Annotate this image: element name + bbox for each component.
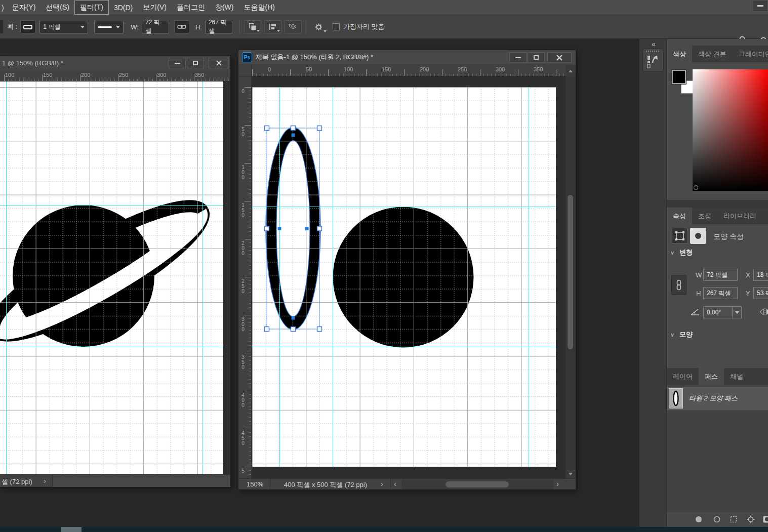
handle-bottom-right[interactable]	[317, 327, 322, 332]
path-operations-button[interactable]	[244, 20, 261, 33]
active-doc-h-ruler[interactable]: 0 50 100 150 200 250 300 350 40	[252, 65, 565, 76]
handle-mid-right[interactable]	[317, 226, 322, 231]
handle-mid-left[interactable]	[265, 226, 269, 231]
add-mask-icon[interactable]	[763, 516, 768, 523]
menu-item-filter[interactable]: 필터(T)	[74, 1, 109, 15]
tab-adjustments[interactable]: 조정	[692, 208, 717, 224]
collapse-dock-button[interactable]: «	[652, 40, 656, 48]
path-item-name[interactable]: 타원 2 모양 패스	[689, 394, 738, 403]
shape-width-input[interactable]: 72 픽셀	[142, 21, 169, 33]
maximize-button[interactable]	[528, 52, 545, 63]
path-arrangement-button[interactable]	[285, 20, 302, 33]
close-button[interactable]	[547, 52, 572, 63]
shape-height-input[interactable]: 267 픽셀	[205, 21, 232, 33]
stroke-width-select[interactable]: 1 픽셀	[39, 21, 88, 33]
menu-item-window[interactable]: 창(W)	[210, 1, 239, 14]
path-list-item-selected[interactable]: 타원 2 모양 패스	[667, 387, 768, 410]
tab-layers[interactable]: 레이어	[667, 368, 699, 385]
anchor-top[interactable]	[292, 134, 295, 137]
v-scrollbar-thumb[interactable]	[568, 195, 573, 349]
handle-bottom-left[interactable]	[265, 327, 269, 332]
active-doc-v-ruler[interactable]: 0 50 100 150 200 250 300 350 400 450 5	[238, 76, 252, 478]
menu-item-view[interactable]: 보기(V)	[138, 1, 172, 14]
minimize-button[interactable]	[169, 58, 186, 68]
constrain-proportions-button[interactable]	[671, 275, 686, 295]
chevron-down-icon[interactable]: ∨	[670, 250, 674, 256]
menu-item-select[interactable]: 선택(S)	[41, 1, 74, 14]
color-picker-field[interactable]	[693, 69, 768, 191]
collapsed-panel-button[interactable]	[642, 49, 664, 72]
left-doc-canvas[interactable]	[0, 81, 230, 474]
chevron-down-icon[interactable]: ∨	[670, 332, 674, 338]
minimize-button[interactable]	[509, 52, 527, 63]
chevron-down-icon	[735, 311, 739, 314]
active-doc-canvas[interactable]	[252, 76, 565, 478]
h-scrollbar-track[interactable]	[53, 475, 230, 487]
ruler-corner[interactable]	[238, 65, 252, 76]
path-alignment-button[interactable]	[264, 20, 281, 33]
shape-section-header[interactable]: 모양	[679, 330, 693, 339]
close-icon	[556, 55, 562, 61]
menu-item-help[interactable]: 도움말(H)	[238, 1, 279, 14]
solid-line-icon	[98, 26, 112, 28]
flip-horizontal-icon[interactable]	[759, 307, 768, 316]
prop-height-input[interactable]: 267 픽셀	[703, 287, 738, 299]
tab-gradients[interactable]: 그레이디언트	[733, 46, 768, 62]
h-scrollbar-track[interactable]	[401, 479, 553, 489]
status-menu-arrow[interactable]: ›	[381, 481, 383, 487]
foreground-color-swatch[interactable]	[672, 70, 686, 84]
left-doc-h-ruler[interactable]: 100 150 200 250 300 350	[0, 71, 230, 81]
panel-dock: 색상 색상 견본 그레이디언트 속성 조정 라이브러리	[666, 39, 768, 527]
app-minimize-button[interactable]	[753, 0, 768, 12]
menu-item-3d[interactable]: 3D(D)	[109, 2, 138, 14]
doc-info: 셀 (72 ppi)	[2, 477, 32, 486]
link-dimensions-button[interactable]	[174, 20, 189, 33]
close-button[interactable]	[209, 58, 229, 68]
rotation-angle-select[interactable]: 0.00°	[703, 306, 742, 318]
tab-color[interactable]: 색상	[667, 46, 692, 62]
v-scroll-down-button[interactable]	[565, 470, 576, 478]
transform-props-button[interactable]	[672, 228, 688, 244]
handle-bottom-center[interactable]	[291, 327, 296, 332]
menu-item-type[interactable]: 문자(Y)	[7, 1, 41, 14]
h-scroll-left-arrow[interactable]: ›	[394, 481, 396, 487]
prop-width-input[interactable]: 72 픽셀	[703, 269, 738, 281]
tab-properties[interactable]: 속성	[667, 208, 692, 224]
handle-top-left[interactable]	[265, 126, 269, 131]
status-menu-arrow[interactable]: ›	[44, 478, 46, 484]
maximize-button[interactable]	[187, 58, 204, 68]
prop-x-input[interactable]: 18 픽셀	[753, 269, 768, 281]
h-scrollbar-thumb[interactable]	[446, 481, 509, 487]
shape-settings-button[interactable]	[310, 20, 328, 33]
stroke-path-icon[interactable]	[713, 516, 720, 523]
ruler-label: 400	[240, 393, 246, 408]
tab-swatches[interactable]: 색상 견본	[692, 46, 733, 62]
align-edges-checkbox[interactable]	[333, 23, 340, 30]
path-thumbnail[interactable]	[669, 388, 683, 408]
v-scroll-up-button[interactable]	[565, 65, 576, 76]
handle-top-center[interactable]	[291, 126, 296, 131]
menu-item-plugins[interactable]: 플러그인	[172, 1, 210, 14]
menu-item-clipped[interactable]: )	[0, 2, 7, 14]
h-scroll-right-arrow[interactable]: ›	[556, 481, 559, 487]
fill-path-icon[interactable]	[695, 516, 702, 523]
taskbar-item[interactable]	[61, 527, 82, 532]
prop-y-input[interactable]: 53 픽셀	[753, 287, 768, 299]
tab-paths[interactable]: 패스	[699, 368, 724, 385]
tab-libraries[interactable]: 라이브러리	[717, 208, 762, 224]
zoom-level[interactable]: 150%	[247, 480, 263, 488]
color-sample-marker[interactable]	[694, 185, 698, 190]
shape-props-button[interactable]	[690, 228, 706, 244]
transform-section-header[interactable]: 변형	[679, 248, 693, 257]
v-scrollbar[interactable]	[565, 76, 576, 470]
load-path-as-selection-icon[interactable]	[730, 516, 737, 523]
handle-top-right[interactable]	[317, 126, 322, 131]
make-work-path-icon[interactable]	[747, 515, 755, 523]
anchor-left[interactable]	[278, 227, 281, 230]
tab-channels[interactable]: 채널	[724, 368, 749, 385]
stroke-type-select[interactable]	[94, 21, 124, 33]
angle-dropdown[interactable]	[732, 307, 739, 318]
anchor-bottom[interactable]	[292, 316, 295, 320]
stroke-color-swatch[interactable]	[20, 20, 35, 33]
anchor-right[interactable]	[305, 227, 309, 230]
